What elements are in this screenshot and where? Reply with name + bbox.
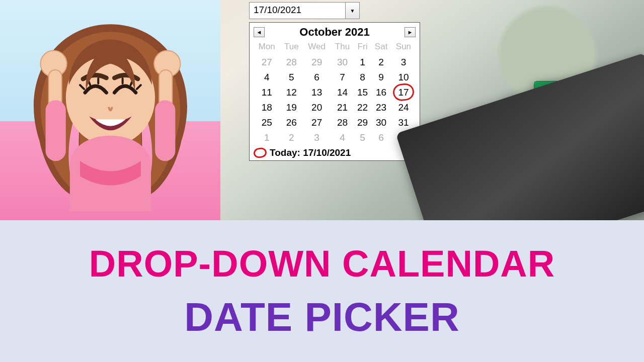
svg-rect-12 bbox=[155, 100, 175, 161]
calendar-day[interactable]: 26 bbox=[280, 115, 303, 130]
next-month-button[interactable]: ► bbox=[405, 27, 416, 37]
calendar-day[interactable]: 29 bbox=[303, 55, 331, 70]
calendar-day[interactable]: 1 bbox=[254, 130, 280, 145]
calendar-weekday: Mon bbox=[254, 41, 280, 55]
calendar-day[interactable]: 25 bbox=[254, 115, 280, 130]
calendar-day[interactable]: 20 bbox=[303, 100, 331, 115]
avatar-panel bbox=[0, 0, 220, 220]
calendar-day[interactable]: 29 bbox=[354, 115, 371, 130]
svg-rect-23 bbox=[506, 98, 558, 149]
svg-rect-11 bbox=[45, 100, 65, 161]
calendar-day[interactable]: 15 bbox=[354, 85, 371, 100]
calendar-title: October 2021 bbox=[299, 26, 369, 39]
calendar-day[interactable]: 3 bbox=[303, 130, 331, 145]
calendar-day[interactable]: 4 bbox=[254, 70, 280, 85]
calendar-day[interactable]: 10 bbox=[391, 70, 416, 85]
calendar-day[interactable]: 1 bbox=[354, 55, 371, 70]
prev-month-button[interactable]: ◄ bbox=[254, 27, 265, 37]
date-input-group: 17/10/2021 ▼ bbox=[249, 2, 360, 19]
calendar-day[interactable]: 21 bbox=[331, 100, 354, 115]
svg-rect-16 bbox=[534, 103, 566, 124]
calendar-day[interactable]: 28 bbox=[331, 115, 354, 130]
calendar-day[interactable]: 14 bbox=[331, 85, 354, 100]
calendar-day[interactable]: 31 bbox=[391, 115, 416, 130]
calendar-day[interactable]: 6 bbox=[371, 130, 391, 145]
calendar-day[interactable]: 2 bbox=[280, 130, 303, 145]
calendar-day[interactable]: 22 bbox=[354, 100, 371, 115]
calendar-weekday: Wed bbox=[303, 41, 331, 55]
calendar-day[interactable]: 11 bbox=[254, 85, 280, 100]
svg-text:X: X bbox=[520, 102, 544, 142]
calendar-day[interactable]: 8 bbox=[354, 70, 371, 85]
title-line-1: DROP-DOWN CALENDAR bbox=[89, 242, 555, 285]
svg-rect-18 bbox=[534, 124, 566, 145]
calendar-day[interactable]: 2 bbox=[371, 55, 391, 70]
today-marker-icon bbox=[253, 147, 268, 158]
calendar-day[interactable]: 18 bbox=[254, 100, 280, 115]
excel-icon: X bbox=[502, 75, 603, 171]
calendar-weekday: Sun bbox=[391, 41, 416, 55]
thumbnail-top-region: 17/10/2021 ▼ ◄ October 2021 ► MonTueWedT… bbox=[0, 0, 644, 220]
calendar-day[interactable]: 12 bbox=[280, 85, 303, 100]
calendar-weekday: Fri bbox=[354, 41, 371, 55]
svg-rect-22 bbox=[506, 98, 558, 149]
calendar-weekday: Thu bbox=[331, 41, 354, 55]
calendar-day[interactable]: 3 bbox=[391, 55, 416, 70]
calendar-day[interactable]: 23 bbox=[371, 100, 391, 115]
svg-rect-14 bbox=[534, 81, 566, 103]
calendar-day[interactable]: 19 bbox=[280, 100, 303, 115]
calendar-day-selected[interactable]: 17 bbox=[391, 85, 416, 100]
calendar-weekday: Tue bbox=[280, 41, 303, 55]
svg-rect-15 bbox=[566, 81, 598, 103]
title-line-2: DATE PICKER bbox=[184, 294, 459, 340]
svg-rect-20 bbox=[534, 145, 566, 165]
calendar-grid: MonTueWedThuFriSatSun 272829301234567891… bbox=[254, 41, 416, 145]
svg-rect-19 bbox=[566, 124, 598, 145]
calendar-day[interactable]: 16 bbox=[371, 85, 391, 100]
calendar-day[interactable]: 30 bbox=[331, 55, 354, 70]
calendar-day[interactable]: 6 bbox=[303, 70, 331, 85]
calendar-day[interactable]: 7 bbox=[331, 70, 354, 85]
calendar-popup: ◄ October 2021 ► MonTueWedThuFriSatSun 2… bbox=[249, 22, 420, 161]
avatar-cartoon bbox=[9, 9, 212, 212]
calendar-weekday: Sat bbox=[371, 41, 391, 55]
calendar-today-row[interactable]: Today: 17/10/2021 bbox=[254, 147, 416, 158]
date-input[interactable]: 17/10/2021 bbox=[250, 3, 345, 19]
calendar-day[interactable]: 28 bbox=[280, 55, 303, 70]
calendar-day[interactable]: 30 bbox=[371, 115, 391, 130]
date-picker: 17/10/2021 ▼ ◄ October 2021 ► MonTueWedT… bbox=[249, 2, 420, 161]
calendar-day[interactable]: 5 bbox=[280, 70, 303, 85]
svg-rect-17 bbox=[566, 103, 598, 124]
svg-rect-13 bbox=[534, 81, 598, 165]
calendar-day[interactable]: 9 bbox=[371, 70, 391, 85]
calendar-day[interactable]: 4 bbox=[331, 130, 354, 145]
title-band: DROP-DOWN CALENDAR DATE PICKER bbox=[0, 220, 644, 362]
calendar-day[interactable]: 27 bbox=[303, 115, 331, 130]
calendar-day[interactable]: 27 bbox=[254, 55, 280, 70]
calendar-day[interactable]: 13 bbox=[303, 85, 331, 100]
dropdown-toggle-button[interactable]: ▼ bbox=[345, 3, 359, 19]
calendar-today-label: Today: 17/10/2021 bbox=[270, 147, 351, 158]
calendar-day[interactable]: 5 bbox=[354, 130, 371, 145]
svg-rect-21 bbox=[566, 145, 598, 165]
calendar-day[interactable]: 24 bbox=[391, 100, 416, 115]
